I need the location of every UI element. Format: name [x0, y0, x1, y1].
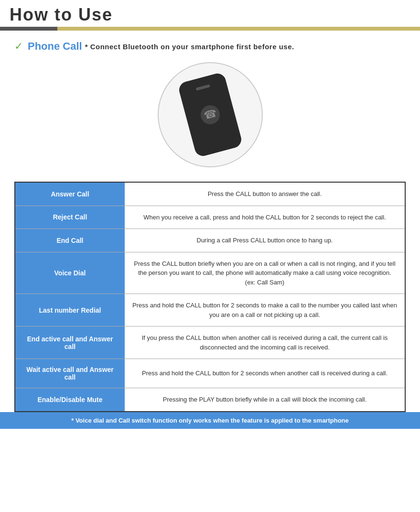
feature-label: End Call — [15, 229, 125, 252]
table-row: End CallDuring a call Press CALL button … — [15, 229, 405, 252]
phone-call-header: ✓ Phone Call * Connect Bluetooth on your… — [14, 40, 406, 53]
feature-description: Pressing the PLAY button briefly while i… — [125, 388, 405, 412]
device-slit — [195, 84, 210, 91]
checkmark-icon: ✓ — [14, 40, 23, 53]
feature-description: Press and hold the CALL button for 2 sec… — [125, 294, 405, 327]
title-bar-dark — [0, 27, 57, 31]
feature-description: If you press the CALL button when anothe… — [125, 327, 405, 359]
phone-call-heading: Phone Call — [28, 40, 82, 53]
feature-label: Answer Call — [15, 182, 125, 206]
feature-label: Reject Call — [15, 206, 125, 229]
title-bar-light — [57, 27, 420, 31]
phone-call-section: ✓ Phone Call * Connect Bluetooth on your… — [0, 40, 420, 412]
device-body: ☎ — [177, 72, 243, 158]
feature-description: Press the CALL button briefly when you a… — [125, 252, 405, 294]
phone-call-subtitle: * Connect Bluetooth on your smartphone f… — [85, 43, 294, 51]
feature-description: Press the CALL button to answer the call… — [125, 182, 405, 206]
feature-label: Enable/Disable Mute — [15, 388, 125, 412]
feature-table: Answer CallPress the CALL button to answ… — [14, 182, 406, 412]
table-row: Wait active call and Answer callPress an… — [15, 359, 405, 388]
device-image-container: ☎ — [14, 62, 406, 167]
table-row: Last number RedialPress and hold the CAL… — [15, 294, 405, 327]
feature-label: Wait active call and Answer call — [15, 359, 125, 388]
feature-label: Last number Redial — [15, 294, 125, 327]
feature-description: When you receive a call, press and hold … — [125, 206, 405, 229]
feature-label: End active call and Answer call — [15, 327, 125, 359]
table-row: Voice DialPress the CALL button briefly … — [15, 252, 405, 294]
feature-description: Press and hold the CALL button for 2 sec… — [125, 359, 405, 388]
device-circle: ☎ — [158, 62, 263, 167]
table-row: Reject CallWhen you receive a call, pres… — [15, 206, 405, 229]
page-title: How to Use — [0, 0, 420, 27]
feature-label: Voice Dial — [15, 252, 125, 294]
title-bar — [0, 27, 420, 31]
table-row: Enable/Disable MutePressing the PLAY but… — [15, 388, 405, 412]
device-button: ☎ — [198, 103, 222, 127]
table-row: End active call and Answer callIf you pr… — [15, 327, 405, 359]
footer-note: * Voice dial and Call switch function on… — [0, 412, 420, 429]
feature-description: During a call Press CALL button once to … — [125, 229, 405, 252]
phone-icon: ☎ — [202, 107, 218, 122]
table-row: Answer CallPress the CALL button to answ… — [15, 182, 405, 206]
